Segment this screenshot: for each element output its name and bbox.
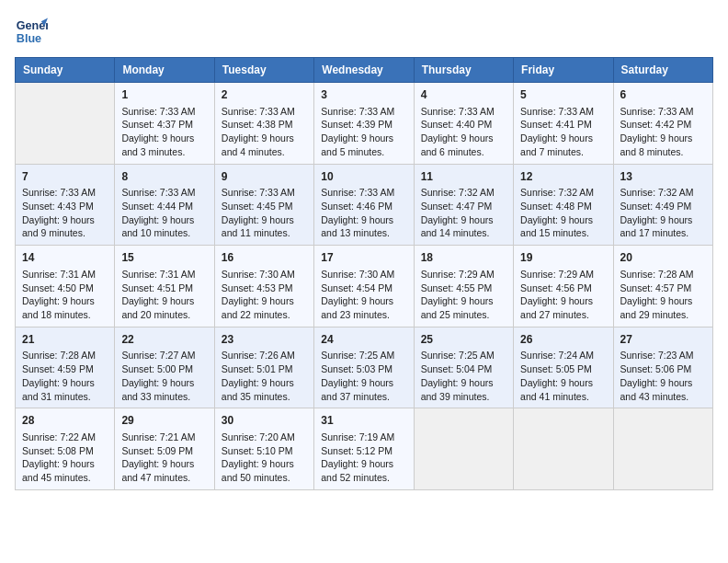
cell-text: Sunrise: 7:33 AM — [222, 105, 307, 119]
cell-text: Daylight: 9 hours — [421, 213, 506, 227]
cell-text: Daylight: 9 hours — [321, 457, 406, 471]
cell-text: Sunset: 4:39 PM — [321, 118, 406, 132]
cell-text: and 43 minutes. — [620, 390, 706, 404]
calendar-cell: 29Sunrise: 7:21 AMSunset: 5:09 PMDayligh… — [115, 408, 214, 490]
cell-text: Daylight: 9 hours — [520, 213, 606, 227]
calendar-cell: 23Sunrise: 7:26 AMSunset: 5:01 PMDayligh… — [214, 327, 313, 408]
calendar-cell: 28Sunrise: 7:22 AMSunset: 5:08 PMDayligh… — [16, 408, 115, 490]
cell-text: Sunset: 4:49 PM — [620, 200, 706, 213]
calendar-cell: 24Sunrise: 7:25 AMSunset: 5:03 PMDayligh… — [314, 327, 414, 408]
cell-text: Sunset: 5:01 PM — [222, 362, 307, 376]
cell-text: and 35 minutes. — [222, 390, 307, 404]
day-number: 8 — [121, 169, 207, 185]
cell-text: Sunrise: 7:33 AM — [121, 186, 207, 200]
cell-text: Sunset: 4:47 PM — [421, 200, 506, 213]
cell-text: Daylight: 9 hours — [620, 213, 706, 227]
cell-text: and 52 minutes. — [321, 471, 406, 485]
cell-text: Sunset: 4:55 PM — [421, 282, 506, 295]
cell-text: Sunset: 4:48 PM — [520, 200, 606, 213]
calendar-cell: 20Sunrise: 7:28 AMSunset: 4:57 PMDayligh… — [613, 246, 712, 327]
cell-text: Sunset: 4:45 PM — [222, 200, 307, 213]
cell-text: and 25 minutes. — [421, 308, 506, 322]
cell-text: Sunset: 4:59 PM — [22, 362, 108, 376]
day-number: 27 — [620, 332, 706, 348]
cell-text: Daylight: 9 hours — [121, 294, 207, 308]
day-number: 18 — [421, 250, 506, 266]
cell-text: and 29 minutes. — [620, 308, 706, 322]
calendar-cell: 5Sunrise: 7:33 AMSunset: 4:41 PMDaylight… — [514, 83, 613, 165]
day-number: 13 — [620, 169, 706, 185]
header: General Blue — [15, 15, 713, 48]
cell-text: Sunrise: 7:27 AM — [121, 349, 207, 362]
cell-text: Sunrise: 7:19 AM — [321, 431, 406, 444]
calendar-cell: 19Sunrise: 7:29 AMSunset: 4:56 PMDayligh… — [514, 246, 613, 327]
calendar-cell: 4Sunrise: 7:33 AMSunset: 4:40 PMDaylight… — [414, 83, 513, 165]
cell-text: Daylight: 9 hours — [620, 132, 706, 145]
day-number: 30 — [222, 413, 307, 429]
cell-text: Sunrise: 7:26 AM — [222, 349, 307, 362]
day-number: 19 — [520, 250, 606, 266]
day-number: 16 — [222, 250, 307, 266]
cell-text: Daylight: 9 hours — [421, 294, 506, 308]
cell-text: Sunset: 4:38 PM — [222, 118, 307, 132]
calendar-cell — [613, 408, 712, 490]
col-header-tuesday: Tuesday — [214, 58, 313, 83]
day-number: 14 — [22, 250, 108, 266]
calendar-cell: 16Sunrise: 7:30 AMSunset: 4:53 PMDayligh… — [214, 246, 313, 327]
cell-text: Sunset: 5:10 PM — [222, 444, 307, 458]
calendar-table: SundayMondayTuesdayWednesdayThursdayFrid… — [15, 57, 713, 490]
cell-text: Sunrise: 7:20 AM — [222, 431, 307, 444]
cell-text: and 50 minutes. — [222, 471, 307, 485]
cell-text: Sunset: 5:09 PM — [121, 444, 207, 458]
cell-text: and 3 minutes. — [121, 145, 207, 159]
calendar-cell: 12Sunrise: 7:32 AMSunset: 4:48 PMDayligh… — [514, 164, 613, 246]
calendar-cell: 2Sunrise: 7:33 AMSunset: 4:38 PMDaylight… — [214, 83, 313, 165]
day-number: 2 — [222, 87, 307, 103]
calendar-cell: 6Sunrise: 7:33 AMSunset: 4:42 PMDaylight… — [613, 83, 712, 165]
day-number: 20 — [620, 250, 706, 266]
cell-text: and 5 minutes. — [321, 145, 406, 159]
calendar-cell: 3Sunrise: 7:33 AMSunset: 4:39 PMDaylight… — [314, 83, 414, 165]
cell-text: Sunset: 5:04 PM — [421, 362, 506, 376]
cell-text: Sunset: 4:51 PM — [121, 282, 207, 295]
cell-text: Sunset: 5:08 PM — [22, 444, 108, 458]
cell-text: Sunrise: 7:33 AM — [321, 186, 406, 200]
cell-text: Sunset: 5:12 PM — [321, 444, 406, 458]
cell-text: Sunrise: 7:33 AM — [321, 105, 406, 119]
calendar-cell: 17Sunrise: 7:30 AMSunset: 4:54 PMDayligh… — [314, 246, 414, 327]
cell-text: Daylight: 9 hours — [620, 294, 706, 308]
cell-text: Sunrise: 7:28 AM — [22, 349, 108, 362]
cell-text: and 10 minutes. — [121, 226, 207, 240]
cell-text: and 11 minutes. — [222, 226, 307, 240]
calendar-cell: 1Sunrise: 7:33 AMSunset: 4:37 PMDaylight… — [115, 83, 214, 165]
day-number: 23 — [222, 332, 307, 348]
cell-text: Daylight: 9 hours — [620, 376, 706, 390]
day-number: 17 — [321, 250, 406, 266]
day-number: 1 — [121, 87, 207, 103]
cell-text: and 37 minutes. — [321, 390, 406, 404]
cell-text: Sunrise: 7:29 AM — [421, 268, 506, 282]
day-number: 25 — [421, 332, 506, 348]
calendar-cell: 27Sunrise: 7:23 AMSunset: 5:06 PMDayligh… — [613, 327, 712, 408]
day-number: 24 — [321, 332, 406, 348]
cell-text: and 17 minutes. — [620, 226, 706, 240]
cell-text: Sunrise: 7:30 AM — [222, 268, 307, 282]
cell-text: and 27 minutes. — [520, 308, 606, 322]
cell-text: Daylight: 9 hours — [222, 294, 307, 308]
cell-text: Sunrise: 7:30 AM — [321, 268, 406, 282]
cell-text: and 15 minutes. — [520, 226, 606, 240]
calendar-cell: 11Sunrise: 7:32 AMSunset: 4:47 PMDayligh… — [414, 164, 513, 246]
cell-text: Sunset: 4:44 PM — [121, 200, 207, 213]
col-header-thursday: Thursday — [414, 58, 513, 83]
cell-text: Sunrise: 7:32 AM — [520, 186, 606, 200]
cell-text: Sunrise: 7:31 AM — [121, 268, 207, 282]
cell-text: Sunset: 4:43 PM — [22, 200, 108, 213]
cell-text: Sunset: 4:42 PM — [620, 118, 706, 132]
cell-text: and 41 minutes. — [520, 390, 606, 404]
cell-text: Daylight: 9 hours — [222, 213, 307, 227]
day-number: 15 — [121, 250, 207, 266]
cell-text: Daylight: 9 hours — [421, 376, 506, 390]
cell-text: Daylight: 9 hours — [22, 213, 108, 227]
cell-text: Sunset: 5:03 PM — [321, 362, 406, 376]
cell-text: Sunset: 4:56 PM — [520, 282, 606, 295]
